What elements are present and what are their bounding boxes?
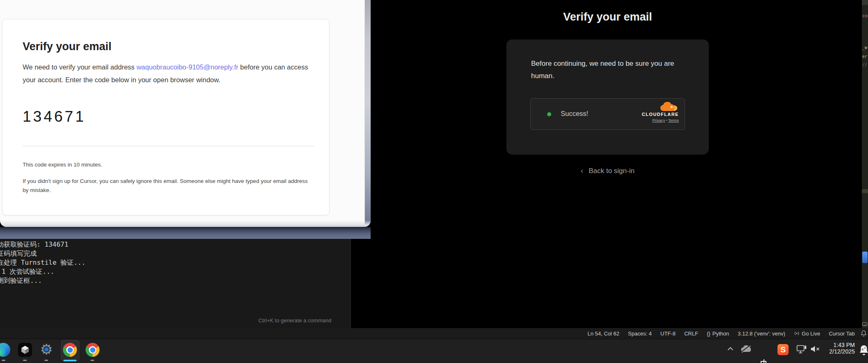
verification-code: 134671 — [23, 108, 86, 125]
active-indicator — [63, 360, 77, 361]
go-live-label: Go Live — [802, 331, 820, 337]
chromium-icon[interactable] — [86, 343, 100, 357]
success-dot-icon — [547, 112, 551, 116]
code-fragment: er — [862, 54, 867, 59]
code-fragment: co — [862, 13, 868, 18]
indentation-item[interactable]: Spaces: 4 — [628, 331, 652, 337]
email-preview-window: Verify your email We need to verify your… — [0, 0, 371, 227]
notifications-bell-icon[interactable] — [861, 330, 867, 337]
human-check-text: Before continuing, we need to be sure yo… — [531, 58, 687, 82]
divider — [23, 146, 314, 146]
terminal-hint: Ctrl+K to generate a command — [258, 317, 331, 324]
minimap-mark — [862, 189, 868, 193]
terminal-line: 在处理 Turnstile 验证... — [0, 258, 350, 267]
edge-icon[interactable] — [0, 343, 10, 357]
running-indicator — [91, 360, 94, 361]
cloudflare-cloud-icon — [660, 102, 678, 111]
chevron-left-icon: ‹ — [581, 166, 583, 175]
notification-bell-sleep-icon[interactable]: z z — [858, 344, 868, 356]
sogou-letter: S — [780, 345, 786, 354]
running-indicator — [2, 360, 5, 361]
cursor-position-item[interactable]: Ln 54, Col 62 — [587, 331, 619, 337]
scrollbar[interactable] — [364, 0, 371, 227]
back-link-label: Back to sign-in — [589, 167, 635, 175]
ime-bar — [764, 359, 764, 363]
code-fragment: _w — [862, 45, 867, 50]
cloudflare-turnstile-widget[interactable]: Success! CLOUDFLARE Privacy•Terms — [530, 98, 685, 130]
window-frame-band — [0, 227, 371, 239]
clock-date: 2/12/2025 — [819, 349, 855, 355]
ime-chinese-icon[interactable] — [760, 359, 768, 363]
clock[interactable]: 1:43 PM 2/12/2025 — [819, 342, 855, 355]
clock-time: 1:43 PM — [819, 342, 855, 349]
onedrive-offline-icon[interactable] — [740, 345, 752, 353]
broadcast-icon — [794, 331, 800, 336]
terminal-line: 1 次尝试验证... — [2, 267, 350, 276]
verification-email-card: Verify your email We need to verify your… — [2, 19, 330, 215]
terminal-line: 动获取验证码: 134671 — [0, 240, 350, 249]
encoding-item[interactable]: UTF-8 — [660, 331, 675, 337]
interpreter-item[interactable]: 3.12.8 ('venv': venv) — [738, 331, 785, 337]
keyboard-icon — [862, 322, 867, 326]
background-editor-sliver: co _w er // — [862, 0, 868, 328]
language-label: Python — [713, 331, 729, 337]
human-check-card: Before continuing, we need to be sure yo… — [506, 39, 709, 155]
hidden-icons-chevron[interactable] — [727, 347, 733, 351]
verify-page-title: Verify your email — [506, 11, 709, 23]
eol-item[interactable]: CRLF — [684, 331, 698, 337]
cursor-app-icon[interactable] — [18, 343, 32, 357]
editor-sliver-top — [862, 0, 868, 5]
cloudflare-wordmark: CLOUDFLARE — [634, 112, 679, 117]
blue-badge-icon — [862, 252, 868, 263]
svg-text:z: z — [864, 347, 866, 349]
svg-text:z: z — [862, 347, 863, 351]
braces-icon: {} — [707, 331, 710, 337]
language-item[interactable]: {} Python — [707, 331, 729, 337]
code-expiry-note: This code expires in 10 minutes. — [23, 162, 102, 168]
ignore-note: If you didn't sign up for Cursor, you ca… — [23, 177, 311, 195]
desktop: Verify your email Before continuing, we … — [0, 0, 868, 363]
status-bar: Ln 54, Col 62 Spaces: 4 UTF-8 CRLF {} Py… — [0, 328, 868, 339]
terms-link[interactable]: Terms — [668, 118, 679, 123]
turnstile-status: Success! — [561, 110, 588, 118]
cursor-cube-glyph — [21, 345, 29, 354]
email-address-link[interactable]: waquobraucoibo-9105@noreply.fr — [137, 63, 239, 71]
email-body-prefix: We need to verify your email address — [23, 63, 137, 71]
volume-muted-icon[interactable] — [810, 345, 820, 353]
gear-center — [44, 347, 49, 352]
chrome-icon[interactable] — [63, 343, 77, 357]
network-display-icon[interactable] — [796, 345, 807, 354]
terminal-line: 测到验证框... — [0, 276, 350, 285]
settings-gear-icon[interactable]: ⚙ — [39, 342, 53, 356]
terminal-panel[interactable]: 动获取验证码: 134671 证码填写完成 在处理 Turnstile 验证..… — [0, 239, 351, 328]
email-body: We need to verify your email address waq… — [23, 61, 316, 86]
back-to-sign-in-link[interactable]: ‹Back to sign-in — [506, 166, 709, 175]
terminal-line: 证码填写完成 — [0, 249, 350, 258]
go-live-item[interactable]: Go Live — [794, 331, 820, 337]
email-title: Verify your email — [23, 40, 111, 53]
taskbar: ⚙ S — [0, 339, 868, 363]
sogou-input-icon[interactable]: S — [777, 344, 789, 355]
running-indicator — [44, 360, 48, 361]
cursor-tab-item[interactable]: Cursor Tab — [829, 331, 855, 337]
link-separator: • — [666, 118, 667, 123]
cloudflare-brand: CLOUDFLARE Privacy•Terms — [634, 102, 679, 123]
privacy-link[interactable]: Privacy — [652, 118, 665, 123]
running-indicator — [23, 360, 27, 361]
code-fragment: // — [862, 62, 867, 67]
